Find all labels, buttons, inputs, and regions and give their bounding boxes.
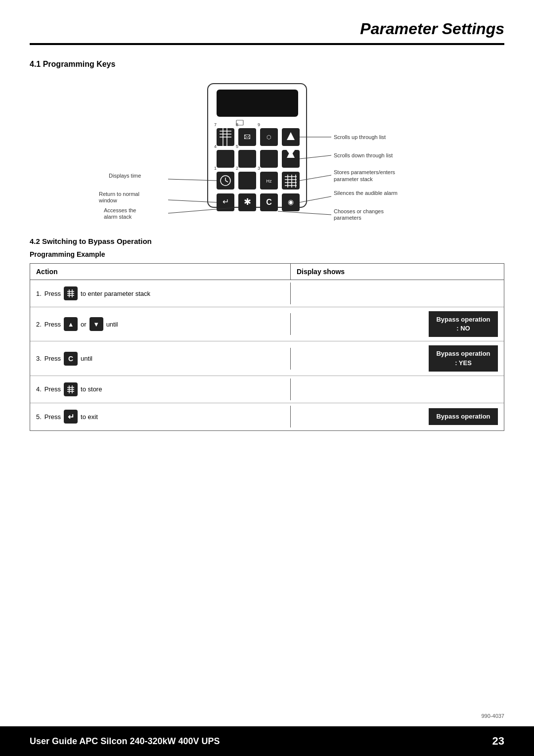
or-text: or <box>81 321 87 328</box>
step-number-2: 2. <box>36 321 42 328</box>
action-desc-2: until <box>106 321 118 328</box>
keypad-svg: 7 🖂 8 ⬡ 9 4 5 <box>94 79 440 232</box>
page-title-section: Parameter Settings <box>30 0 504 45</box>
svg-rect-36 <box>282 172 300 189</box>
table-header-display: Display shows <box>291 264 504 280</box>
section-4-1-heading: 4.1 Programming Keys <box>30 60 504 69</box>
table-row: 1. Press to enter parameter stack <box>30 280 504 307</box>
svg-text:Return to normal: Return to normal <box>99 191 139 197</box>
svg-text:window: window <box>98 197 117 203</box>
action-cell-5: 5. Press ↵ to exit <box>30 406 291 427</box>
bypass-yes-badge: Bypass operation : YES <box>429 345 498 371</box>
down-arrow-key-icon: ▼ <box>89 317 103 331</box>
svg-text:alarm stack: alarm stack <box>104 214 132 220</box>
bypass-no-badge: Bypass operation : NO <box>429 311 498 337</box>
svg-text:4: 4 <box>214 144 217 149</box>
step-number-5: 5. <box>36 413 42 421</box>
action-cell-1: 1. Press to enter parameter stack <box>30 283 291 304</box>
svg-text:9: 9 <box>258 122 260 127</box>
press-label-1: Press <box>44 290 61 297</box>
doc-number: 990-4037 <box>482 713 505 719</box>
c-key-icon: C <box>64 352 78 366</box>
svg-line-69 <box>278 211 331 215</box>
svg-rect-1 <box>217 90 298 117</box>
svg-text:C: C <box>266 198 272 206</box>
action-desc-3: until <box>81 355 92 362</box>
svg-text:Chooses or changes: Chooses or changes <box>334 208 384 214</box>
up-arrow-key-icon: ▲ <box>64 317 78 331</box>
svg-text:◉: ◉ <box>288 198 294 206</box>
action-cell-3: 3. Press C until <box>30 348 291 370</box>
svg-text:🖂: 🖂 <box>244 133 251 141</box>
svg-text:2: 2 <box>236 166 238 171</box>
table-row: 5. Press ↵ to exit Bypass operation <box>30 403 504 430</box>
press-label-2: Press <box>44 321 61 328</box>
svg-rect-22 <box>260 150 278 168</box>
table-row: 4. Press to store <box>30 376 504 403</box>
press-label-4: Press <box>44 385 61 393</box>
table-row: 2. Press ▲ or ▼ until Bypass operation :… <box>30 307 504 341</box>
bypass-plain-text: Bypass operation <box>436 413 490 420</box>
footer: User Guide APC Silcon 240-320kW 400V UPS… <box>0 726 534 756</box>
svg-text:Stores parameters/enters: Stores parameters/enters <box>334 169 396 175</box>
grid-key-icon-1 <box>64 286 78 300</box>
display-cell-2: Bypass operation : NO <box>291 307 504 341</box>
action-desc-1: to enter parameter stack <box>81 290 150 297</box>
svg-rect-32 <box>238 172 256 189</box>
step-number-4: 4. <box>36 385 42 393</box>
svg-text:parameter stack: parameter stack <box>334 176 373 182</box>
keypad-diagram: 7 🖂 8 ⬡ 9 4 5 <box>30 79 504 232</box>
grid-key-icon-2 <box>64 382 78 396</box>
table-body: 1. Press to enter parameter stack <box>30 280 504 430</box>
action-cell-4: 4. Press to store <box>30 378 291 400</box>
table-row: 3. Press C until Bypass operation : YES <box>30 341 504 376</box>
svg-rect-20 <box>238 150 256 168</box>
programming-example-heading: Programming Example <box>30 250 504 258</box>
svg-text:Scrolls down through list: Scrolls down through list <box>334 152 393 158</box>
press-label-3: Press <box>44 355 61 362</box>
action-desc-5: to exit <box>81 413 98 421</box>
action-cell-2: 2. Press ▲ or ▼ until <box>30 313 291 335</box>
page-container: Parameter Settings 4.1 Programming Keys … <box>0 0 534 756</box>
svg-text:✱: ✱ <box>244 197 251 207</box>
svg-text:7: 7 <box>214 122 217 127</box>
table-header-row: Action Display shows <box>30 264 504 280</box>
footer-page-number: 23 <box>492 735 504 748</box>
step-number-1: 1. <box>36 290 42 297</box>
press-label-5: Press <box>44 413 61 421</box>
display-cell-3: Bypass operation : YES <box>291 341 504 375</box>
svg-text:Hz: Hz <box>267 179 272 184</box>
display-cell-5: Bypass operation <box>291 404 504 429</box>
action-desc-4: to store <box>81 385 102 393</box>
svg-text:5: 5 <box>236 144 238 149</box>
svg-text:8: 8 <box>236 122 238 127</box>
svg-rect-18 <box>217 150 234 168</box>
svg-text:Accesses the: Accesses the <box>104 207 136 213</box>
table-header-action: Action <box>30 264 291 280</box>
programming-table: Action Display shows 1. Press <box>30 263 504 431</box>
section-4-2-heading: 4.2 Switching to Bypass Operation <box>30 237 504 245</box>
svg-text:↵: ↵ <box>222 197 229 206</box>
svg-text:parameters: parameters <box>334 215 361 221</box>
svg-text:Scrolls up through list: Scrolls up through list <box>334 134 386 140</box>
step-number-3: 3. <box>36 355 42 362</box>
footer-title: User Guide APC Silcon 240-320kW 400V UPS <box>30 736 220 747</box>
svg-text:Displays time: Displays time <box>109 173 141 179</box>
svg-text:Silences the audible alarm: Silences the audible alarm <box>334 190 398 196</box>
svg-text:3: 3 <box>258 166 260 171</box>
display-cell-4 <box>291 385 504 393</box>
display-cell-1 <box>291 289 504 297</box>
svg-text:1: 1 <box>214 166 217 171</box>
bypass-plain-badge: Bypass operation <box>429 408 498 425</box>
enter-key-icon: ↵ <box>64 410 78 424</box>
page-title: Parameter Settings <box>360 20 504 38</box>
svg-text:⬡: ⬡ <box>267 134 271 140</box>
